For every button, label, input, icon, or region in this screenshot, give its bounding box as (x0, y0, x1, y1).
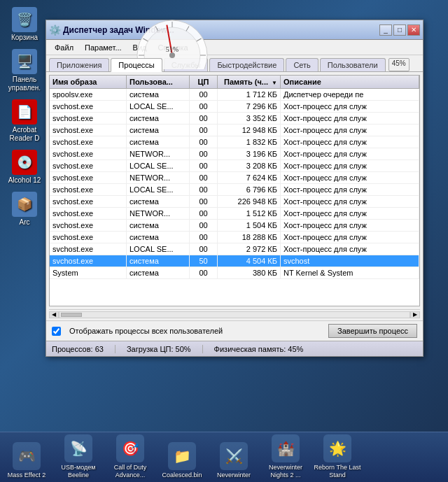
status-cpu: Загрузка ЦП: 50% (127, 345, 203, 353)
taskbar-coalesced[interactable]: 📁 Coalesced.bin (157, 441, 207, 481)
col-header-cpu[interactable]: ЦП (190, 76, 218, 88)
cell-cpu: 00 (190, 184, 218, 195)
recycle-bin-label: Корзина (11, 34, 38, 42)
cell-desc: Хост-процесс для служ (281, 184, 419, 195)
tab-services[interactable]: Службы (164, 58, 209, 71)
window-icon: ⚙️ (49, 24, 60, 36)
cell-mem: 7 624 КБ (218, 172, 281, 183)
cell-desc: Диспетчер очереди пе (281, 89, 419, 100)
cell-cpu: 00 (190, 148, 218, 160)
cell-desc: Хост-процесс для служ (281, 113, 419, 124)
table-row[interactable]: svchost.exe система 00 1 832 КБ Хост-про… (50, 136, 419, 148)
tab-network[interactable]: Сеть (286, 58, 318, 71)
table-body[interactable]: spoolsv.exe система 00 1 712 КБ Диспетче… (50, 89, 419, 306)
cell-user: система (127, 255, 190, 267)
cell-user: NETWOR... (127, 148, 190, 160)
maximize-button[interactable]: □ (393, 24, 406, 36)
cell-desc: Хост-процесс для служ (281, 160, 419, 171)
table-row[interactable]: spoolsv.exe система 00 1 712 КБ Диспетче… (50, 89, 419, 101)
status-bar: Процессов: 63 Загрузка ЦП: 50% Физическа… (46, 341, 423, 356)
desktop-icon-acrobat[interactable]: 📄 Acrobat Reader D (2, 99, 47, 143)
taskbar-neverwinter[interactable]: ⚔️ Neverwinter (209, 441, 259, 481)
cell-user: NETWOR... (127, 208, 190, 219)
panel-icon: 🖥️ (12, 49, 37, 74)
taskbar-reborn[interactable]: 🌟 Reborn The Last Stand (312, 433, 363, 481)
cod-label: Call of Duty Advance... (106, 464, 154, 479)
table-row[interactable]: svchost.exe LOCAL SE... 00 2 972 КБ Хост… (50, 243, 419, 255)
cell-user: LOCAL SE... (127, 184, 190, 195)
table-row[interactable]: svchost.exe система 00 3 352 КБ Хост-про… (50, 113, 419, 125)
horizontal-scrollbar[interactable]: ◀ ▶ (49, 309, 420, 319)
arc-label: Arc (20, 218, 30, 227)
table-row[interactable]: svchost.exe NETWOR... 00 1 512 КБ Хост-п… (50, 208, 419, 220)
cell-cpu: 00 (190, 172, 218, 183)
cell-user: LOCAL SE... (127, 101, 190, 112)
desktop-icon-arc[interactable]: 📦 Arc (2, 192, 47, 227)
desktop-icon-recycle-bin[interactable]: 🗑️ Корзина (2, 7, 47, 42)
cell-cpu: 00 (190, 113, 218, 124)
cell-cpu: 00 (190, 267, 218, 278)
col-header-desc[interactable]: Описание (281, 76, 419, 88)
cell-name: svchost.exe (50, 172, 127, 183)
table-row[interactable]: svchost.exe NETWOR... 00 3 196 КБ Хост-п… (50, 148, 419, 160)
tab-bar: Приложения Процессы Службы Быстродействи… (46, 55, 423, 72)
cell-user: система (127, 267, 190, 278)
table-row[interactable]: svchost.exe система 00 1 504 КБ Хост-про… (50, 220, 419, 232)
footer-bar: Отображать процессы всех пользователей З… (46, 320, 423, 341)
cell-desc: Хост-процесс для служ (281, 148, 419, 160)
tab-applications[interactable]: Приложения (49, 58, 109, 71)
mass-effect-label: Mass Effect 2 (8, 472, 46, 479)
reborn-icon: 🌟 (323, 434, 351, 462)
recycle-bin-icon: 🗑️ (12, 7, 37, 32)
taskbar-neverwinter2[interactable]: 🏰 Neverwinter Nights 2 ... (260, 433, 311, 481)
taskbar-usb-modem[interactable]: 📡 USB-модем Beeline (53, 433, 104, 481)
cell-desc: NT Kernel & System (281, 267, 419, 278)
end-process-button[interactable]: Завершить процесс (328, 324, 417, 338)
desktop: 🗑️ Корзина 🖥️ Панель управлен. 📄 Acrobat… (0, 0, 448, 482)
cell-mem: 226 948 КБ (218, 196, 281, 207)
tab-processes[interactable]: Процессы (111, 58, 162, 72)
table-row[interactable]: svchost.exe система 00 226 948 КБ Хост-п… (50, 196, 419, 208)
cell-mem: 1 832 КБ (218, 136, 281, 148)
usb-modem-label: USB-модем Beeline (55, 464, 102, 479)
table-row[interactable]: svchost.exe LOCAL SE... 00 3 208 КБ Хост… (50, 160, 419, 172)
close-button[interactable]: ✕ (407, 24, 420, 36)
col-header-user[interactable]: Пользова... (127, 76, 190, 88)
table-row[interactable]: System система 00 380 КБ NT Kernel & Sys… (50, 267, 419, 279)
cell-name: svchost.exe (50, 184, 127, 195)
cell-name: spoolsv.exe (50, 89, 127, 100)
cell-mem: 4 504 КБ (218, 255, 281, 267)
hscroll-track[interactable] (59, 311, 410, 318)
tab-performance[interactable]: Быстродействие (209, 58, 284, 71)
desktop-icon-panel[interactable]: 🖥️ Панель управлен. (2, 49, 47, 92)
table-row[interactable]: svchost.exe LOCAL SE... 00 7 296 КБ Хост… (50, 101, 419, 113)
show-all-users-checkbox[interactable] (52, 327, 61, 336)
tab-users[interactable]: Пользователи (320, 58, 386, 71)
table-row[interactable]: svchost.exe NETWOR... 00 7 624 КБ Хост-п… (50, 172, 419, 184)
desktop-icon-alcohol[interactable]: 💿 Alcohol 12 (2, 150, 47, 185)
cell-mem: 12 948 КБ (218, 125, 281, 136)
cell-name: svchost.exe (50, 208, 127, 219)
cell-cpu: 00 (190, 208, 218, 219)
taskbar-cod[interactable]: 🎯 Call of Duty Advance... (105, 433, 155, 481)
menu-help[interactable]: Справка (153, 42, 194, 53)
col-header-name[interactable]: Имя образа (50, 76, 127, 88)
hscroll-left-button[interactable]: ◀ (49, 311, 59, 318)
minimize-button[interactable]: _ (379, 24, 392, 36)
menu-view[interactable]: Вид (127, 42, 153, 53)
table-row[interactable]: svchost.exe система 50 4 504 КБ svchost (50, 255, 419, 267)
col-header-mem[interactable]: Память (ч... ▼ (218, 76, 281, 88)
hscroll-right-button[interactable]: ▶ (410, 311, 420, 318)
cell-name: System (50, 267, 127, 278)
menu-params[interactable]: Парамет... (79, 42, 127, 53)
table-row[interactable]: svchost.exe LOCAL SE... 00 6 796 КБ Хост… (50, 184, 419, 196)
menu-file[interactable]: Файл (49, 42, 79, 53)
table-row[interactable]: svchost.exe система 00 12 948 КБ Хост-пр… (50, 125, 419, 136)
hscroll-thumb[interactable] (61, 313, 82, 317)
cell-mem: 3 196 КБ (218, 148, 281, 160)
cell-desc: Хост-процесс для служ (281, 125, 419, 136)
taskbar-mass-effect[interactable]: 🎮 Mass Effect 2 (1, 441, 52, 481)
cell-mem: 380 КБ (218, 267, 281, 278)
coalesced-icon: 📁 (168, 442, 196, 470)
table-row[interactable]: svchost.exe система 00 18 288 КБ Хост-пр… (50, 232, 419, 243)
